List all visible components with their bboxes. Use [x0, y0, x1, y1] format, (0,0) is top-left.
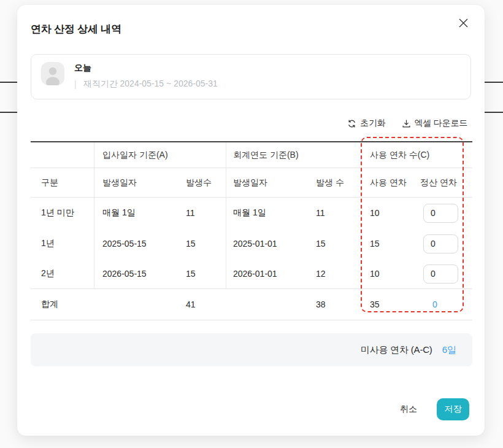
avatar: [41, 62, 64, 85]
settle-leave-input[interactable]: [423, 234, 458, 253]
refresh-icon: [347, 119, 356, 128]
col-header-b-date: 발생일자: [226, 177, 314, 188]
table-column-header-row: 구분 발생일자 발생수 발생일자 발생 수 사용 연차 정산 연차: [31, 168, 472, 198]
cell-b-count: 15: [314, 239, 361, 249]
table-row: 1년 2025-05-15 15 2025-01-01 15 15: [31, 228, 472, 259]
tenure-text: 재직기간 2024-05-15 ~ 2026-05-31: [83, 79, 218, 90]
unused-leave-value: 6일: [442, 344, 456, 356]
col-header-a-count: 발생수: [183, 177, 226, 188]
table-group-header-row: 입사일자 기준(A) 회계연도 기준(B) 사용 연차 수(C): [31, 142, 472, 168]
total-a-count: 41: [183, 299, 226, 309]
settle-leave-input[interactable]: [423, 204, 458, 223]
summary-bar: 미사용 연차 (A-C) 6일: [31, 333, 472, 366]
col-header-settled-leave: 정산 연차: [411, 177, 472, 188]
close-icon: [458, 18, 469, 28]
cell-a-date: 2026-05-15: [94, 269, 183, 279]
cell-used-leave: 15: [361, 239, 411, 249]
modal-title: 연차 산정 상세 내역: [31, 22, 121, 36]
cell-a-date: 2025-05-15: [94, 239, 183, 249]
close-button[interactable]: [455, 15, 471, 31]
cell-b-date: 2026-01-01: [226, 269, 314, 279]
cell-a-count: 15: [183, 269, 226, 279]
download-icon: [402, 119, 411, 128]
table-vertical-divider: [94, 142, 94, 288]
user-card: 오늘 | 재직기간 2024-05-15 ~ 2026-05-31: [31, 54, 471, 99]
col-header-a-date: 발생일자: [94, 177, 183, 188]
total-used-leave: 35: [361, 299, 411, 309]
total-b-count: 38: [314, 299, 361, 309]
reset-label: 초기화: [360, 118, 385, 129]
settle-leave-input[interactable]: [423, 265, 458, 284]
group-header-fiscal-year-basis: 회계연도 기준(B): [226, 150, 361, 161]
cell-category: 1년: [31, 238, 94, 249]
reset-button[interactable]: 초기화: [347, 118, 385, 129]
cell-a-count: 15: [183, 239, 226, 249]
cell-category: 1년 미만: [31, 207, 94, 218]
cell-a-count: 11: [183, 208, 226, 218]
cell-b-date: 2025-01-01: [226, 239, 314, 249]
group-header-hire-date-basis: 입사일자 기준(A): [94, 150, 226, 161]
col-header-category: 구분: [31, 177, 94, 188]
col-header-b-count: 발생 수: [314, 177, 361, 188]
unused-leave-label: 미사용 연차 (A-C): [361, 344, 432, 356]
table-row: 2년 2026-05-15 15 2026-01-01 12 10: [31, 259, 472, 288]
table-total-row: 합계 41 38 35 0: [31, 288, 472, 320]
save-button[interactable]: 저장: [437, 398, 469, 420]
user-tenure: | 재직기간 2024-05-15 ~ 2026-05-31: [74, 79, 218, 90]
user-info: 오늘 | 재직기간 2024-05-15 ~ 2026-05-31: [74, 63, 218, 90]
cell-b-date: 매월 1일: [226, 207, 314, 218]
table-row: 1년 미만 매월 1일 11 매월 1일 11 10: [31, 198, 472, 228]
person-icon: [41, 62, 64, 85]
table-vertical-divider: [226, 142, 226, 288]
cell-a-date: 매월 1일: [94, 207, 183, 218]
group-header-used-leave: 사용 연차 수(C): [361, 150, 472, 161]
cell-used-leave: 10: [361, 208, 411, 218]
tenure-divider: |: [74, 79, 77, 89]
cell-b-count: 11: [314, 208, 361, 218]
annual-leave-detail-modal: 연차 산정 상세 내역 오늘 | 재직기간 2024-05-15 ~ 2026-…: [17, 5, 485, 436]
excel-download-button[interactable]: 엑셀 다운로드: [402, 118, 468, 129]
table-toolbar: 초기화 엑셀 다운로드: [347, 118, 467, 129]
cancel-button[interactable]: 취소: [400, 404, 417, 415]
cell-b-count: 12: [314, 269, 361, 279]
total-label: 합계: [31, 299, 94, 310]
cell-used-leave: 10: [361, 269, 411, 279]
cell-category: 2년: [31, 268, 94, 279]
col-header-used-leave: 사용 연차: [361, 177, 411, 188]
total-settled-leave: 0: [411, 299, 472, 309]
excel-download-label: 엑셀 다운로드: [415, 118, 468, 129]
leave-calculation-table: 입사일자 기준(A) 회계연도 기준(B) 사용 연차 수(C) 구분 발생일자…: [31, 141, 472, 320]
user-name: 오늘: [74, 63, 218, 74]
modal-footer: 취소 저장: [400, 398, 469, 420]
